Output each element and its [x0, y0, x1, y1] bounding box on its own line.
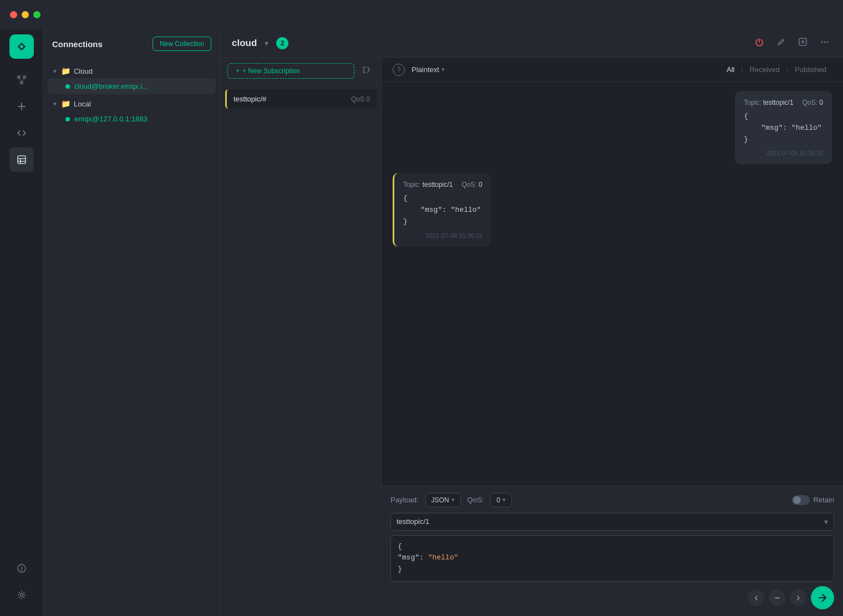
json-value: "hello" [428, 553, 459, 562]
format-selector[interactable]: Plaintext ▾ [412, 65, 445, 74]
content-area: + + New Subscription testtopic/# QoS 0 [221, 58, 843, 616]
svg-rect-0 [17, 75, 21, 79]
payload-line-2: "msg": "hello" [398, 552, 827, 564]
add-nav-icon[interactable] [9, 94, 34, 119]
database-nav-icon[interactable] [9, 147, 34, 172]
collapse-panel-button[interactable] [359, 63, 374, 79]
code-nav-icon[interactable] [9, 121, 34, 145]
chevron-down-icon: ▼ [52, 68, 58, 74]
app-logo[interactable] [9, 34, 34, 59]
connections-header: Connections New Collection [43, 29, 220, 59]
tree-group-cloud-header[interactable]: ▼ 📁 Cloud [48, 64, 216, 78]
tab-received[interactable]: Received [744, 63, 785, 76]
connection-dropdown-button[interactable]: ▾ [262, 38, 271, 49]
connection-main: cloud ▾ 2 [221, 29, 843, 616]
connection-header-actions [752, 35, 832, 52]
connection-header: cloud ▾ 2 [221, 29, 843, 58]
svg-point-10 [20, 594, 23, 597]
folder-icon: 📁 [61, 99, 70, 108]
messages-list: Topic: testtopic/1 QoS: 0 { "msg": "hell… [382, 82, 843, 486]
power-button[interactable] [752, 35, 766, 52]
retain-toggle-switch[interactable] [792, 495, 810, 505]
main-layout: Connections New Collection ▼ 📁 Cloud clo… [0, 29, 843, 616]
chevron-down-icon: ▾ [441, 66, 445, 73]
sidebar-item-local-broker[interactable]: emqx@127.0.0.1:1883 [48, 111, 216, 127]
subscriptions-panel: + + New Subscription testtopic/# QoS 0 [221, 58, 382, 616]
msg-topic-label: Topic: testtopic/1 [403, 181, 453, 189]
msg-qos-label: QoS: 0 [803, 99, 823, 106]
edit-button[interactable] [774, 35, 788, 51]
cloud-group-label: Cloud [74, 67, 93, 75]
message-meta: Topic: testtopic/1 QoS: 0 [403, 181, 483, 189]
maximize-button[interactable] [33, 11, 40, 18]
chevron-down-icon: ▾ [451, 496, 455, 503]
icon-sidebar [0, 29, 43, 616]
tree-group-local-header[interactable]: ▼ 📁 Local [48, 96, 216, 111]
messages-area: ? Plaintext ▾ All | Received | Published [382, 58, 843, 616]
help-icon[interactable]: ? [393, 64, 405, 76]
nav-delete-button[interactable] [769, 589, 785, 606]
more-options-button[interactable] [817, 35, 832, 52]
message-content: { "msg": "hello" } [744, 111, 823, 145]
svg-point-13 [824, 41, 826, 43]
svg-point-12 [821, 41, 823, 43]
qos-selector[interactable]: 0 ▾ [490, 493, 512, 507]
connection-status-dot [65, 117, 70, 121]
expand-icon[interactable]: ▾ [824, 517, 828, 526]
nav-next-button[interactable] [790, 589, 806, 606]
svg-rect-1 [23, 75, 26, 79]
minimize-button[interactable] [22, 11, 29, 18]
payload-label: Payload: [390, 496, 419, 504]
json-brace-open: { [398, 542, 402, 551]
tab-all[interactable]: All [721, 63, 740, 76]
message-timestamp: 2021-07-08 15:35:32 [744, 150, 823, 156]
retain-toggle[interactable]: Retain [792, 495, 834, 505]
sidebar-item-cloud-broker[interactable]: cloud@broker.emqx.i... [48, 78, 216, 94]
svg-point-14 [827, 41, 829, 43]
connections-tree: ▼ 📁 Cloud cloud@broker.emqx.i... ▼ 📁 Loc… [43, 59, 220, 134]
svg-line-4 [22, 79, 24, 81]
subscription-list: testtopic/# QoS 0 [221, 85, 381, 616]
payload-editor[interactable]: { "msg": "hello" } [390, 535, 834, 582]
chevron-down-icon: ▾ [502, 496, 506, 503]
tab-published[interactable]: Published [789, 63, 832, 76]
new-subscription-button[interactable]: + + New Subscription [227, 63, 354, 79]
new-tab-button[interactable] [796, 35, 810, 51]
json-key: "msg" [398, 553, 419, 562]
retain-label: Retain [813, 496, 834, 504]
message-item-received: Topic: testtopic/1 QoS: 0 { "msg": "hell… [393, 173, 491, 246]
publish-controls: Payload: JSON ▾ QoS: 0 ▾ Retain [390, 493, 834, 507]
connections-title: Connections [52, 39, 103, 49]
local-broker-label: emqx@127.0.0.1:1883 [74, 115, 148, 123]
topic-value[interactable]: testtopic/1 [397, 517, 429, 526]
traffic-lights [0, 11, 50, 18]
plus-icon: + [236, 67, 240, 75]
connection-name: cloud [232, 38, 257, 49]
bottom-nav-icons [9, 556, 34, 616]
subscription-topic: testtopic/# [233, 95, 266, 103]
payload-line-1: { [398, 541, 827, 553]
message-content: { "msg": "hello" } [403, 193, 483, 227]
payload-format-selector[interactable]: JSON ▾ [425, 493, 461, 507]
info-nav-icon[interactable] [9, 556, 34, 581]
tree-group-cloud: ▼ 📁 Cloud cloud@broker.emqx.i... [48, 64, 216, 94]
nav-prev-button[interactable] [748, 589, 764, 606]
payload-line-3: } [398, 564, 827, 576]
subscription-toolbar: + + New Subscription [221, 58, 381, 85]
new-collection-button[interactable]: New Collection [153, 37, 211, 51]
send-button[interactable] [811, 586, 834, 609]
settings-nav-icon[interactable] [9, 583, 34, 607]
new-sub-label: + New Subscription [242, 67, 300, 75]
qos-label: QoS: [468, 496, 484, 504]
message-meta: Topic: testtopic/1 QoS: 0 [744, 99, 823, 106]
close-button[interactable] [10, 11, 17, 18]
subscription-item[interactable]: testtopic/# QoS 0 [225, 89, 377, 109]
local-group-label: Local [74, 100, 91, 108]
tree-group-local: ▼ 📁 Local emqx@127.0.0.1:1883 [48, 96, 216, 127]
msg-topic-label: Topic: testtopic/1 [744, 99, 793, 106]
filter-tabs: All | Received | Published [721, 63, 832, 76]
svg-line-3 [19, 79, 22, 81]
folder-icon: 📁 [61, 67, 70, 75]
format-label: Plaintext [412, 65, 439, 74]
connections-nav-icon[interactable] [9, 68, 34, 92]
